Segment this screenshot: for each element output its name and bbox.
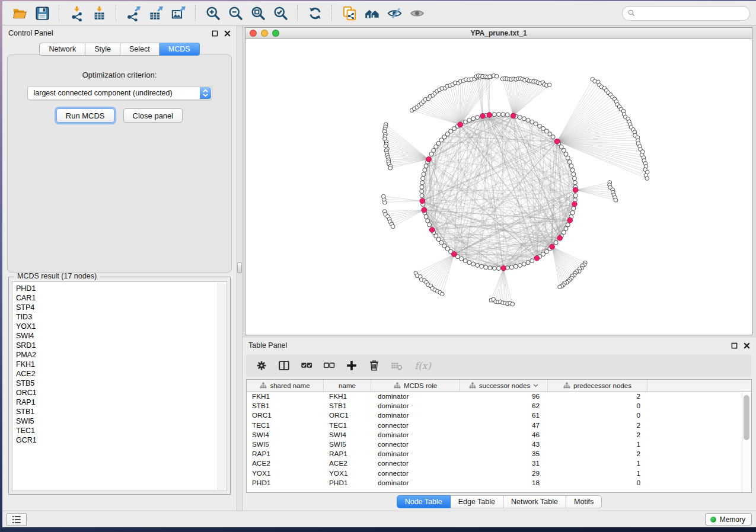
tab-network[interactable]: Network (39, 43, 85, 56)
table-row[interactable]: YOX1YOX1connector291 (247, 469, 751, 478)
column-header-name[interactable]: name (324, 380, 371, 391)
select-all-button[interactable] (298, 357, 314, 374)
chevron-up-down-icon (200, 87, 211, 99)
table-panel-titlebar: Table Panel (243, 338, 756, 353)
search-field[interactable] (622, 6, 750, 21)
trash-button[interactable] (366, 357, 382, 374)
export-network-icon (126, 5, 142, 21)
mcds-result-item[interactable]: FKH1 (16, 360, 227, 369)
minimize-window-button[interactable] (261, 30, 268, 37)
column-header-shared-name[interactable]: shared name (247, 380, 324, 391)
run-mcds-button[interactable]: Run MCDS (56, 108, 114, 123)
import-network-button[interactable] (65, 2, 88, 24)
mcds-result-item[interactable]: SWI4 (16, 331, 227, 341)
memory-button[interactable]: Memory (705, 513, 752, 525)
mcds-result-item[interactable]: TEC1 (16, 426, 227, 435)
zoom-selected-button[interactable] (269, 2, 292, 24)
delete-table-button[interactable] (388, 357, 404, 374)
mcds-result-item[interactable]: GCR1 (16, 435, 227, 445)
mcds-result-item[interactable]: TID3 (16, 312, 227, 322)
tab-edge-table[interactable]: Edge Table (451, 495, 503, 508)
add-row-icon (345, 359, 358, 372)
control-panel-titlebar: Control Panel (2, 25, 237, 41)
mcds-result-item[interactable]: STP4 (16, 303, 227, 312)
zoom-in-button[interactable] (202, 2, 224, 24)
zoom-out-button[interactable] (224, 2, 247, 24)
tab-node-table[interactable]: Node Table (397, 495, 451, 508)
save-button[interactable] (31, 2, 53, 24)
table-row[interactable]: ACE2ACE2connector311 (247, 459, 751, 468)
table-row[interactable]: PHD1PHD1dominator180 (247, 478, 751, 488)
deselect-all-button[interactable] (321, 357, 337, 374)
mcds-result-list[interactable]: PHD1CAR1STP4TID3YOX1SWI4SRD1PMA2FKH1ACE2… (12, 281, 227, 491)
scrollbar-thumb[interactable] (744, 395, 749, 440)
table-row[interactable]: ORC1ORC1dominator610 (247, 411, 751, 420)
home-button[interactable] (361, 2, 383, 24)
export-network-button[interactable] (122, 2, 145, 24)
table-scrollbar[interactable] (742, 392, 751, 492)
table-row[interactable]: FKH1FKH1dominator962 (247, 392, 751, 401)
save-icon (34, 5, 50, 21)
refresh-icon (307, 5, 323, 21)
refresh-button[interactable] (304, 2, 326, 24)
control-panel: Control Panel NetworkStyleSelectMCDS Opt… (2, 25, 237, 511)
export-image-button[interactable] (167, 2, 190, 24)
table-row[interactable]: STB1STB1dominator620 (247, 401, 751, 411)
table-bottom-tabs: Node TableEdge TableNetwork TableMotifs (243, 495, 756, 509)
tab-mcds[interactable]: MCDS (160, 43, 200, 56)
table-row[interactable]: RAP1RAP1dominator352 (247, 449, 751, 459)
clone-network-button[interactable] (338, 2, 361, 24)
hide-details-icon (387, 5, 403, 21)
optimization-select[interactable]: largest connected component (undirected) (27, 86, 212, 100)
float-table-panel-button[interactable] (731, 342, 738, 349)
mcds-result-item[interactable]: ORC1 (16, 388, 227, 398)
close-panel-button[interactable] (224, 30, 231, 37)
column-header-filler (647, 380, 751, 391)
mcds-result-title: MCDS result (17 nodes) (14, 272, 100, 280)
search-input[interactable] (636, 8, 745, 18)
status-bar: Memory (2, 511, 756, 527)
float-panel-button[interactable] (211, 30, 218, 37)
splitter-handle[interactable] (237, 262, 242, 273)
show-details-button[interactable] (406, 2, 428, 24)
list-scrollbar[interactable] (218, 283, 226, 490)
mcds-result-item[interactable]: SRD1 (16, 341, 227, 350)
table-row[interactable]: SWI4SWI4dominator462 (247, 430, 751, 440)
tab-select[interactable]: Select (120, 43, 160, 56)
vertical-splitter[interactable] (237, 25, 243, 511)
tab-motifs[interactable]: Motifs (566, 495, 602, 508)
mcds-result-item[interactable]: PMA2 (16, 350, 227, 360)
tab-style[interactable]: Style (85, 43, 120, 56)
columns-button[interactable] (276, 357, 292, 374)
sort-chevron-icon (533, 384, 538, 387)
mcds-result-item[interactable]: YOX1 (16, 322, 227, 331)
table-row[interactable]: TEC1TEC1connector472 (247, 421, 751, 430)
add-row-button[interactable] (343, 357, 359, 374)
network-canvas[interactable] (245, 39, 752, 335)
trash-icon (368, 359, 381, 372)
mcds-result-item[interactable]: ACE2 (16, 369, 227, 379)
import-table-button[interactable] (88, 2, 110, 24)
column-header-MCDS-role[interactable]: MCDS role (371, 380, 460, 391)
show-panels-button[interactable] (7, 513, 27, 526)
close-table-panel-button[interactable] (743, 342, 750, 349)
mcds-result-item[interactable]: STB5 (16, 379, 227, 388)
export-table-button[interactable] (145, 2, 167, 24)
zoom-fit-button[interactable] (247, 2, 269, 24)
function-builder-button[interactable]: f(x) (411, 357, 435, 374)
tab-network-table[interactable]: Network Table (503, 495, 566, 508)
mcds-result-item[interactable]: RAP1 (16, 398, 227, 407)
mcds-result-item[interactable]: STB1 (16, 407, 227, 416)
gear-button[interactable] (253, 357, 269, 374)
close-panel-button-2[interactable]: Close panel (123, 108, 183, 123)
hide-details-button[interactable] (383, 2, 406, 24)
table-row[interactable]: SWI5SWI5connector431 (247, 440, 751, 449)
column-header-successor-nodes[interactable]: successor nodes (460, 380, 548, 391)
close-window-button[interactable] (250, 30, 257, 37)
mcds-result-item[interactable]: SWI5 (16, 416, 227, 426)
maximize-window-button[interactable] (272, 30, 279, 37)
mcds-result-item[interactable]: CAR1 (16, 293, 227, 303)
mcds-result-item[interactable]: PHD1 (16, 284, 227, 293)
column-header-predecessor-nodes[interactable]: predecessor nodes (548, 380, 647, 391)
open-button[interactable] (8, 2, 31, 24)
